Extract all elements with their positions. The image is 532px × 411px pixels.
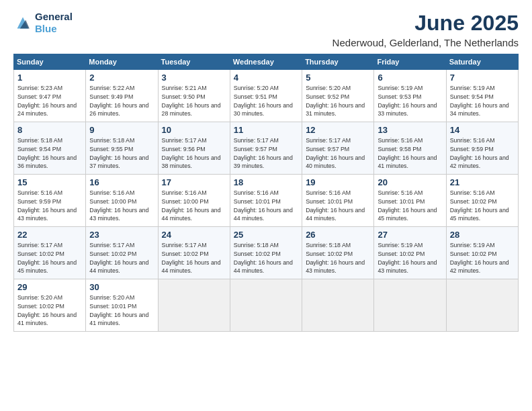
table-cell (446, 279, 518, 332)
logo: General Blue (13, 11, 73, 35)
day-info: Sunrise: 5:17 AM Sunset: 10:02 PM Daylig… (17, 241, 82, 275)
day-info: Sunrise: 5:16 AM Sunset: 10:01 PM Daylig… (306, 189, 370, 223)
day-info: Sunrise: 5:19 AM Sunset: 10:02 PM Daylig… (378, 241, 442, 275)
day-number: 14 (450, 125, 515, 135)
day-info: Sunrise: 5:23 AM Sunset: 9:47 PM Dayligh… (17, 84, 82, 118)
logo-icon (13, 13, 32, 32)
table-cell: 13 Sunrise: 5:16 AM Sunset: 9:58 PM Dayl… (374, 122, 446, 175)
table-cell: 4 Sunrise: 5:20 AM Sunset: 9:51 PM Dayli… (230, 70, 302, 122)
day-number: 26 (306, 230, 370, 240)
location-title: Nederwoud, Gelderland, The Netherlands (332, 37, 519, 48)
day-number: 17 (162, 177, 226, 187)
day-info: Sunrise: 5:20 AM Sunset: 9:51 PM Dayligh… (234, 84, 298, 118)
day-info: Sunrise: 5:17 AM Sunset: 9:56 PM Dayligh… (162, 136, 226, 171)
table-cell: 27 Sunrise: 5:19 AM Sunset: 10:02 PM Day… (374, 227, 446, 279)
table-cell: 6 Sunrise: 5:19 AM Sunset: 9:53 PM Dayli… (374, 70, 446, 122)
day-number: 10 (162, 125, 226, 135)
table-cell: 25 Sunrise: 5:18 AM Sunset: 10:02 PM Day… (230, 227, 302, 279)
title-block: June 2025 Nederwoud, Gelderland, The Net… (332, 11, 519, 48)
table-cell: 29 Sunrise: 5:20 AM Sunset: 10:02 PM Day… (14, 279, 86, 332)
day-number: 20 (378, 177, 442, 187)
day-info: Sunrise: 5:17 AM Sunset: 9:57 PM Dayligh… (306, 136, 370, 171)
page: General Blue June 2025 Nederwoud, Gelder… (0, 0, 532, 411)
day-number: 6 (378, 73, 442, 83)
day-number: 8 (17, 125, 82, 135)
day-number: 23 (89, 230, 154, 240)
day-number: 18 (234, 177, 298, 187)
day-info: Sunrise: 5:16 AM Sunset: 10:00 PM Daylig… (89, 189, 154, 223)
day-info: Sunrise: 5:16 AM Sunset: 9:59 PM Dayligh… (17, 189, 82, 223)
table-cell: 26 Sunrise: 5:18 AM Sunset: 10:02 PM Day… (302, 227, 374, 279)
table-cell: 10 Sunrise: 5:17 AM Sunset: 9:56 PM Dayl… (158, 122, 230, 175)
table-cell: 8 Sunrise: 5:18 AM Sunset: 9:54 PM Dayli… (14, 122, 86, 175)
day-number: 19 (306, 177, 370, 187)
day-info: Sunrise: 5:22 AM Sunset: 9:49 PM Dayligh… (89, 84, 154, 118)
day-info: Sunrise: 5:18 AM Sunset: 9:54 PM Dayligh… (17, 136, 82, 171)
col-saturday: Saturday (446, 54, 518, 70)
day-number: 7 (450, 73, 515, 83)
col-sunday: Sunday (14, 54, 86, 70)
day-number: 25 (234, 230, 298, 240)
calendar: Sunday Monday Tuesday Wednesday Thursday… (13, 54, 519, 332)
col-monday: Monday (86, 54, 158, 70)
table-cell: 1 Sunrise: 5:23 AM Sunset: 9:47 PM Dayli… (14, 70, 86, 122)
month-title: June 2025 (332, 11, 519, 36)
calendar-week-row: 1 Sunrise: 5:23 AM Sunset: 9:47 PM Dayli… (14, 70, 519, 122)
day-number: 5 (306, 73, 370, 83)
table-cell: 30 Sunrise: 5:20 AM Sunset: 10:01 PM Day… (86, 279, 158, 332)
day-number: 11 (234, 125, 298, 135)
table-cell (302, 279, 374, 332)
table-cell: 5 Sunrise: 5:20 AM Sunset: 9:52 PM Dayli… (302, 70, 374, 122)
day-info: Sunrise: 5:19 AM Sunset: 10:02 PM Daylig… (450, 241, 515, 275)
table-cell: 16 Sunrise: 5:16 AM Sunset: 10:00 PM Day… (86, 175, 158, 227)
day-info: Sunrise: 5:20 AM Sunset: 9:52 PM Dayligh… (306, 84, 370, 118)
day-number: 21 (450, 177, 515, 187)
table-cell: 19 Sunrise: 5:16 AM Sunset: 10:01 PM Day… (302, 175, 374, 227)
day-info: Sunrise: 5:16 AM Sunset: 10:00 PM Daylig… (162, 189, 226, 223)
day-info: Sunrise: 5:16 AM Sunset: 9:59 PM Dayligh… (450, 136, 515, 171)
day-info: Sunrise: 5:17 AM Sunset: 10:02 PM Daylig… (162, 241, 226, 275)
day-info: Sunrise: 5:16 AM Sunset: 9:58 PM Dayligh… (378, 136, 442, 171)
col-friday: Friday (374, 54, 446, 70)
table-cell: 12 Sunrise: 5:17 AM Sunset: 9:57 PM Dayl… (302, 122, 374, 175)
table-cell: 21 Sunrise: 5:16 AM Sunset: 10:02 PM Day… (446, 175, 518, 227)
table-cell: 14 Sunrise: 5:16 AM Sunset: 9:59 PM Dayl… (446, 122, 518, 175)
day-number: 24 (162, 230, 226, 240)
day-number: 22 (17, 230, 82, 240)
table-cell: 22 Sunrise: 5:17 AM Sunset: 10:02 PM Day… (14, 227, 86, 279)
day-number: 9 (89, 125, 154, 135)
day-info: Sunrise: 5:18 AM Sunset: 10:02 PM Daylig… (306, 241, 370, 275)
calendar-week-row: 8 Sunrise: 5:18 AM Sunset: 9:54 PM Dayli… (14, 122, 519, 175)
day-number: 15 (17, 177, 82, 187)
day-info: Sunrise: 5:16 AM Sunset: 10:01 PM Daylig… (378, 189, 442, 223)
header: General Blue June 2025 Nederwoud, Gelder… (13, 11, 519, 48)
table-cell (374, 279, 446, 332)
day-number: 16 (89, 177, 154, 187)
day-info: Sunrise: 5:20 AM Sunset: 10:01 PM Daylig… (89, 293, 154, 328)
day-info: Sunrise: 5:17 AM Sunset: 10:02 PM Daylig… (89, 241, 154, 275)
table-cell: 11 Sunrise: 5:17 AM Sunset: 9:57 PM Dayl… (230, 122, 302, 175)
table-cell (230, 279, 302, 332)
table-cell (158, 279, 230, 332)
table-cell: 28 Sunrise: 5:19 AM Sunset: 10:02 PM Day… (446, 227, 518, 279)
col-tuesday: Tuesday (158, 54, 230, 70)
table-cell: 23 Sunrise: 5:17 AM Sunset: 10:02 PM Day… (86, 227, 158, 279)
day-info: Sunrise: 5:19 AM Sunset: 9:54 PM Dayligh… (450, 84, 515, 118)
day-number: 4 (234, 73, 298, 83)
logo-text-line1: General (35, 11, 73, 23)
logo-text-line2: Blue (35, 23, 73, 35)
day-number: 29 (17, 282, 82, 292)
day-info: Sunrise: 5:18 AM Sunset: 10:02 PM Daylig… (234, 241, 298, 275)
day-info: Sunrise: 5:16 AM Sunset: 10:02 PM Daylig… (450, 189, 515, 223)
day-number: 2 (89, 73, 154, 83)
table-cell: 17 Sunrise: 5:16 AM Sunset: 10:00 PM Day… (158, 175, 230, 227)
table-cell: 3 Sunrise: 5:21 AM Sunset: 9:50 PM Dayli… (158, 70, 230, 122)
table-cell: 7 Sunrise: 5:19 AM Sunset: 9:54 PM Dayli… (446, 70, 518, 122)
table-cell: 18 Sunrise: 5:16 AM Sunset: 10:01 PM Day… (230, 175, 302, 227)
day-number: 12 (306, 125, 370, 135)
calendar-week-row: 29 Sunrise: 5:20 AM Sunset: 10:02 PM Day… (14, 279, 519, 332)
day-info: Sunrise: 5:21 AM Sunset: 9:50 PM Dayligh… (162, 84, 226, 118)
calendar-header-row: Sunday Monday Tuesday Wednesday Thursday… (14, 54, 519, 70)
table-cell: 9 Sunrise: 5:18 AM Sunset: 9:55 PM Dayli… (86, 122, 158, 175)
calendar-week-row: 15 Sunrise: 5:16 AM Sunset: 9:59 PM Dayl… (14, 175, 519, 227)
